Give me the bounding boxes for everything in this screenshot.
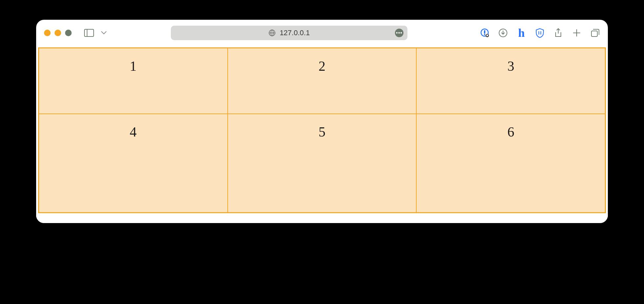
share-icon[interactable] <box>553 28 563 38</box>
tab-overview-icon[interactable] <box>590 28 600 38</box>
close-window-button[interactable] <box>44 30 51 36</box>
maximize-window-button[interactable] <box>65 30 72 36</box>
grid-container: 1 2 3 4 5 6 <box>38 47 606 213</box>
cell-label: 5 <box>318 124 325 212</box>
minimize-window-button[interactable] <box>55 30 61 36</box>
window-controls <box>44 30 72 36</box>
cell-label: 1 <box>130 58 137 114</box>
shield-icon[interactable] <box>535 28 545 38</box>
cell-label: 2 <box>318 58 325 114</box>
browser-window: 127.0.0.1 ••• h <box>36 20 608 223</box>
cell-label: 3 <box>507 58 514 114</box>
grid-cell-3: 3 <box>416 48 605 114</box>
url-text: 127.0.0.1 <box>280 29 310 37</box>
grid-cell-6: 6 <box>416 114 605 213</box>
grid-cell-1: 1 <box>39 48 228 114</box>
privacy-report-icon[interactable] <box>480 28 490 38</box>
toolbar-right: h <box>480 28 600 38</box>
globe-icon <box>268 29 276 37</box>
browser-chrome: 127.0.0.1 ••• h <box>36 20 608 46</box>
address-bar[interactable]: 127.0.0.1 ••• <box>171 26 407 40</box>
chevron-down-icon[interactable] <box>101 31 106 35</box>
svg-rect-4 <box>484 30 485 34</box>
cell-label: 6 <box>507 124 514 212</box>
grid-cell-5: 5 <box>228 114 417 213</box>
more-options-icon[interactable]: ••• <box>395 29 403 37</box>
new-tab-icon[interactable] <box>572 28 582 38</box>
honey-extension-icon[interactable]: h <box>517 28 526 38</box>
downloads-icon[interactable] <box>498 28 508 38</box>
sidebar-toggle-icon[interactable] <box>84 29 94 37</box>
svg-rect-14 <box>591 31 597 37</box>
cell-label: 4 <box>130 124 137 212</box>
svg-point-5 <box>484 34 485 35</box>
grid-cell-4: 4 <box>39 114 228 213</box>
grid-cell-2: 2 <box>228 48 417 114</box>
page-content: 1 2 3 4 5 6 <box>36 46 608 223</box>
